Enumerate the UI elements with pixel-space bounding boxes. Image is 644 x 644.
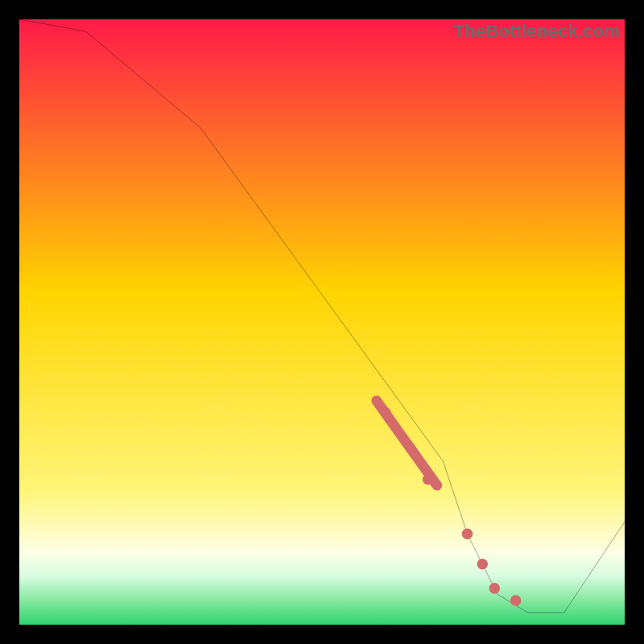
marker-point-a <box>462 528 473 539</box>
marker-cluster-segment-top <box>380 407 391 419</box>
marker-cluster-segment-bottom <box>423 474 434 485</box>
chart-frame: TheBottleneck.com <box>19 19 625 625</box>
marker-point-c <box>489 583 501 594</box>
marker-point-b <box>477 559 489 570</box>
chart-svg <box>19 19 625 625</box>
marker-point-d <box>510 595 522 606</box>
watermark-text: TheBottleneck.com <box>454 21 620 42</box>
gradient-background <box>19 19 625 625</box>
